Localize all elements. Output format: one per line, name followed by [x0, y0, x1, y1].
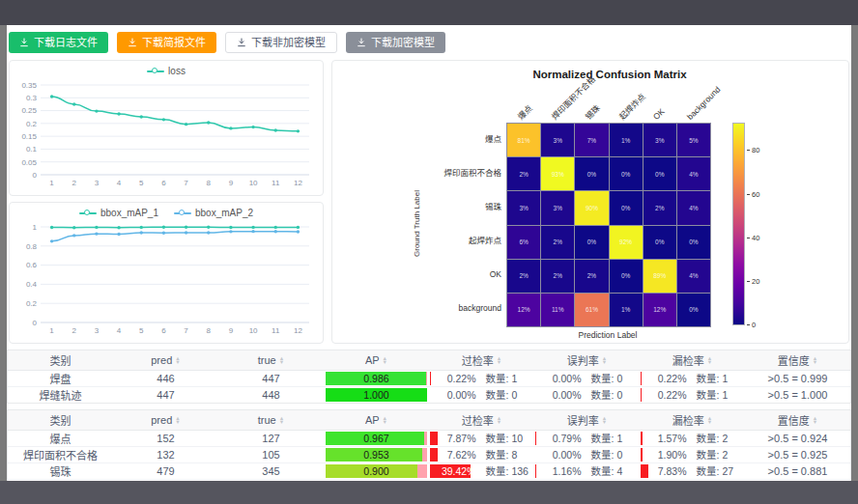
- rate-cell: 1.57%数量: 2: [640, 431, 745, 447]
- svg-text:9: 9: [229, 179, 234, 187]
- svg-text:3: 3: [95, 179, 100, 187]
- cm-cell: 0%: [610, 157, 643, 190]
- svg-text:12: 12: [294, 326, 302, 335]
- column-header-误判率[interactable]: 误判率▲▼: [534, 350, 640, 371]
- svg-text:0.1: 0.1: [26, 145, 38, 154]
- svg-text:2: 2: [72, 179, 77, 187]
- sort-control[interactable]: ▲▼: [813, 416, 817, 424]
- column-header-true[interactable]: true▲▼: [218, 410, 324, 431]
- map-line-chart: 00.20.40.60.81123456789101112: [14, 221, 317, 337]
- legend-marker-icon: [79, 209, 97, 218]
- cm-cell: 7%: [575, 124, 608, 156]
- download-button-white[interactable]: 下载非加密模型: [225, 32, 337, 53]
- cm-colorbar-tick-label: 40: [752, 234, 759, 242]
- cm-y-axis-label: Ground Truth Label: [413, 123, 421, 325]
- summary-metrics-table: 类别pred▲▼true▲▼AP▲▼过检率▲▼误判率▲▼漏检率▲▼置信度▲▼焊盘…: [7, 350, 851, 404]
- rate-cell: 0.00%数量: 0: [534, 371, 640, 387]
- loss-chart-legend: loss: [14, 63, 319, 79]
- svg-text:2: 2: [72, 326, 77, 335]
- svg-text:1: 1: [33, 223, 38, 232]
- sort-control[interactable]: ▲▼: [602, 356, 607, 364]
- ap-cell: 1.000: [324, 387, 429, 404]
- sort-control[interactable]: ▲▼: [175, 416, 180, 424]
- cm-heatmap-grid: 81%3%7%1%3%5%2%93%0%0%0%4%3%3%90%0%2%4%6…: [506, 123, 711, 327]
- cm-x-axis-label: Prediction Label: [506, 330, 709, 340]
- cm-cell: 4%: [677, 260, 710, 293]
- column-header-漏检率[interactable]: 漏检率▲▼: [640, 410, 745, 431]
- pred-count-cell: 447: [113, 387, 218, 404]
- charts-row: loss 00.050.10.150.20.250.30.35123456789…: [7, 60, 851, 344]
- column-header-置信度[interactable]: 置信度▲▼: [745, 350, 850, 371]
- download-button-green[interactable]: 下载日志文件: [9, 32, 108, 53]
- sort-control[interactable]: ▲▼: [279, 416, 284, 424]
- svg-text:0: 0: [33, 171, 38, 180]
- sort-control[interactable]: ▲▼: [383, 416, 387, 424]
- cm-row-label: 焊印面积不合格: [423, 156, 506, 190]
- true-count-cell: 448: [218, 387, 324, 404]
- cm-colorbar-tick-label: 80: [752, 146, 759, 154]
- sort-control[interactable]: ▲▼: [497, 356, 501, 364]
- legend-item-bbox_mAP_2[interactable]: bbox_mAP_2: [174, 208, 253, 218]
- cm-colorbar-tick: [747, 150, 750, 151]
- column-header-置信度[interactable]: 置信度▲▼: [745, 410, 850, 431]
- cm-cell: 0%: [644, 226, 676, 259]
- sort-control[interactable]: ▲▼: [707, 416, 712, 424]
- sort-control[interactable]: ▲▼: [813, 356, 817, 364]
- svg-text:0.05: 0.05: [21, 158, 37, 167]
- column-header-过检率[interactable]: 过检率▲▼: [429, 410, 534, 431]
- cm-cell: 2%: [541, 260, 574, 293]
- sort-control[interactable]: ▲▼: [383, 356, 387, 364]
- sort-control[interactable]: ▲▼: [497, 416, 501, 424]
- table-row: 爆点1521270.9677.87%数量: 100.79%数量: 11.57%数…: [8, 431, 850, 447]
- rate-cell: 0.79%数量: 1: [534, 431, 640, 447]
- svg-text:0.3: 0.3: [26, 94, 38, 102]
- legend-marker-icon: [174, 209, 191, 218]
- sort-control[interactable]: ▲▼: [602, 416, 607, 424]
- rate-cell: 0.00%数量: 0: [429, 387, 534, 404]
- download-button-orange[interactable]: 下载简报文件: [117, 32, 216, 53]
- cm-cell: 11%: [541, 294, 574, 326]
- svg-text:0.8: 0.8: [26, 242, 38, 251]
- cm-cell: 93%: [541, 157, 574, 190]
- column-header-AP[interactable]: AP▲▼: [324, 350, 429, 371]
- cm-cell: 1%: [610, 294, 643, 326]
- true-count-cell: 105: [218, 447, 324, 463]
- sort-control[interactable]: ▲▼: [279, 356, 284, 364]
- svg-text:9: 9: [229, 326, 234, 335]
- svg-text:0.2: 0.2: [26, 120, 38, 128]
- cm-cell: 5%: [677, 124, 710, 156]
- rate-cell: 0.22%数量: 1: [429, 371, 534, 387]
- cm-colorbar-tick-label: 60: [752, 190, 759, 199]
- pred-count-cell: 152: [113, 431, 218, 447]
- cm-cell: 90%: [575, 191, 608, 224]
- true-count-cell: 447: [218, 371, 324, 387]
- column-header-AP[interactable]: AP▲▼: [324, 410, 429, 431]
- column-header-pred[interactable]: pred▲▼: [113, 350, 218, 371]
- svg-text:0.35: 0.35: [21, 81, 37, 90]
- legend-item-loss[interactable]: loss: [147, 66, 186, 76]
- column-header-true[interactable]: true▲▼: [218, 350, 324, 371]
- download-icon: [19, 38, 29, 47]
- confidence-cell: >0.5 = 1.000: [745, 387, 850, 404]
- column-header-过检率[interactable]: 过检率▲▼: [429, 350, 534, 371]
- column-header-pred[interactable]: pred▲▼: [113, 410, 218, 431]
- sort-control[interactable]: ▲▼: [707, 356, 712, 364]
- download-button-gray[interactable]: 下载加密模型: [346, 32, 445, 53]
- column-header-误判率[interactable]: 误判率▲▼: [534, 410, 640, 431]
- cm-cell: 0%: [644, 157, 676, 190]
- top-chrome: [0, 0, 858, 25]
- legend-marker-icon: [147, 67, 164, 76]
- svg-text:0.15: 0.15: [21, 132, 37, 141]
- legend-item-bbox_mAP_1[interactable]: bbox_mAP_1: [79, 208, 158, 218]
- sort-control[interactable]: ▲▼: [175, 356, 180, 364]
- column-header-漏检率[interactable]: 漏检率▲▼: [640, 350, 745, 371]
- cm-column-label: 起焊炸点: [616, 90, 648, 122]
- cm-cell: 3%: [644, 124, 676, 156]
- svg-text:4: 4: [117, 326, 122, 335]
- cm-colorbar-tick-label: 0: [752, 321, 756, 329]
- true-count-cell: 127: [218, 431, 324, 447]
- cm-row-label: OK: [423, 258, 506, 292]
- svg-text:6: 6: [161, 179, 166, 187]
- pred-count-cell: 446: [113, 371, 218, 387]
- pred-count-cell: 132: [113, 447, 218, 463]
